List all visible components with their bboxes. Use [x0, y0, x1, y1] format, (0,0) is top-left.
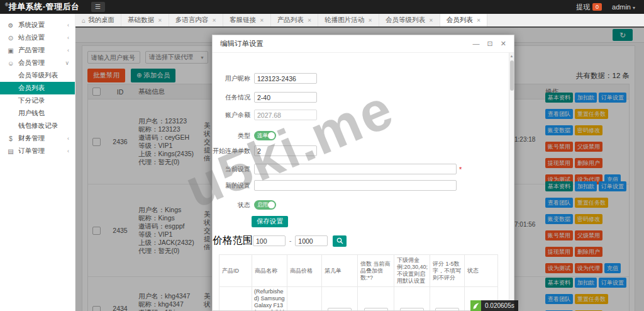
task-input[interactable]: [254, 92, 317, 103]
start-count-input[interactable]: [254, 145, 317, 156]
sidebar-item-钱包修改记录[interactable]: 钱包修改记录: [0, 120, 75, 132]
balance-input[interactable]: [254, 110, 317, 120]
sidebar-item-label: 会员列表: [18, 84, 75, 93]
modal-titlebar: 编辑订单设置 — ⊡ ✕: [213, 35, 514, 53]
tab-label: 会员列表: [447, 16, 473, 25]
sidebar-item-label: 用户钱包: [18, 109, 75, 118]
brand-title: ®排单系统-管理后台: [5, 1, 80, 13]
toggle-knob: [268, 132, 275, 139]
close-icon[interactable]: ✕: [158, 18, 162, 23]
sidebar-item-label: 产品管理: [18, 46, 67, 55]
search-button[interactable]: [333, 235, 347, 247]
tab-产品列表[interactable]: 产品列表✕: [271, 14, 319, 26]
close-icon[interactable]: ✕: [260, 18, 264, 23]
sidebar-item-label: 会员管理: [18, 59, 65, 67]
tab-我的桌面[interactable]: ⌂我的桌面: [75, 14, 121, 26]
sidebar-item-label: 订单管理: [18, 147, 67, 156]
multiple-input[interactable]: [364, 308, 388, 311]
product-name-cell: (Refurbished) Samsung Galaxy F13 (Waterf…: [252, 287, 287, 311]
sidebar-item-站点设置[interactable]: ⊙站点设置‹: [0, 31, 75, 44]
sidebar-item-产品管理[interactable]: ▣产品管理‹: [0, 44, 75, 57]
chevron-left-icon: ‹: [67, 47, 69, 54]
product-icon: ▣: [6, 47, 15, 54]
debug-time: 0.020605s: [481, 300, 518, 311]
sidebar-item-会员管理[interactable]: ☺会员管理∨: [0, 57, 75, 69]
sidebar-item-下分记录[interactable]: 下分记录: [0, 94, 75, 107]
sidebar-item-label: 站点设置: [18, 33, 67, 42]
member-icon: ☺: [6, 60, 15, 67]
field-start-count: 开始连单单数: [213, 145, 317, 156]
sidebar-item-label: 系统设置: [18, 21, 67, 30]
tab-多语言内容[interactable]: 多语言内容✕: [169, 14, 223, 26]
chevron-left-icon: ‹: [67, 148, 69, 154]
leaf-icon[interactable]: [470, 300, 481, 311]
close-icon[interactable]: ✕: [368, 18, 372, 23]
sidebar-item-财务管理[interactable]: $财务管理‹: [0, 132, 75, 145]
rating-input[interactable]: [435, 308, 459, 311]
commission-input[interactable]: [400, 308, 424, 311]
field-type: 类型 连单: [213, 131, 276, 140]
tab-label: 客服链接: [230, 16, 256, 25]
site-icon: ⊙: [6, 35, 15, 42]
finance-icon: $: [6, 135, 15, 142]
edit-order-settings-modal: 编辑订单设置 — ⊡ ✕ 用户昵称 任务情况 账户余额 类型: [212, 35, 514, 311]
hamburger-icon[interactable]: ☰: [91, 2, 105, 12]
product-col-header: 商品名称: [252, 255, 287, 287]
current-setting-input[interactable]: [254, 164, 457, 174]
price-min-input[interactable]: [253, 235, 286, 246]
maximize-icon[interactable]: ⊡: [487, 40, 493, 48]
top-header: ®排单系统-管理后台 ☰ 提现 0 admin▾: [0, 0, 644, 14]
close-icon[interactable]: ✕: [429, 18, 433, 23]
tab-基础数据[interactable]: 基础数据✕: [121, 14, 169, 26]
type-toggle[interactable]: 连单: [254, 131, 276, 140]
sidebar-item-订单管理[interactable]: ▤订单管理‹: [0, 145, 75, 157]
scroll-up-icon[interactable]: ▲: [509, 53, 514, 59]
order-index-input[interactable]: [328, 308, 352, 311]
gear-icon: ⚙: [6, 22, 15, 29]
save-settings-button[interactable]: 保存设置: [252, 216, 288, 227]
tab-label: 轮播图片活动: [325, 16, 364, 25]
close-icon[interactable]: ✕: [501, 40, 506, 48]
screen: ®排单系统-管理后台 ☰ 提现 0 admin▾ ⌂我的桌面基础数据✕多语言内容…: [0, 0, 644, 311]
product-table-header-row: 产品ID商品名称商品价格第几单倍数 当前商品叠加倍数:*?下级佣金 例:20,3…: [219, 255, 498, 287]
nickname-input[interactable]: [254, 73, 317, 84]
modal-body: 用户昵称 任务情况 账户余额 类型 连单 开始连单单数: [213, 53, 509, 310]
sidebar-item-用户钱包[interactable]: 用户钱包: [0, 107, 75, 120]
tab-label: 基础数据: [128, 16, 154, 25]
tab-bar: ⌂我的桌面基础数据✕多语言内容✕客服链接✕产品列表✕轮播图片活动✕会员等级列表✕…: [75, 14, 644, 28]
chevron-left-icon: ‹: [67, 35, 69, 41]
product-col-header: 状态: [465, 255, 498, 287]
new-setting-input[interactable]: [254, 180, 457, 191]
status-toggle[interactable]: 启用: [254, 200, 276, 210]
sidebar-item-label: 会员等级列表: [18, 71, 75, 80]
product-col-header: 倍数 当前商品叠加倍数:*?: [358, 255, 394, 287]
close-icon[interactable]: ✕: [212, 18, 216, 23]
product-table-row: 4009 (Refurbished) Samsung Galaxy F13 (W…: [219, 287, 498, 311]
required-mark: *: [459, 166, 462, 173]
minimize-icon[interactable]: —: [473, 40, 480, 48]
sidebar-item-会员等级列表[interactable]: 会员等级列表: [0, 69, 75, 82]
scrollbar-thumb[interactable]: [510, 60, 514, 91]
field-task: 任务情况: [213, 92, 317, 103]
close-icon[interactable]: ✕: [308, 18, 312, 23]
close-icon[interactable]: ✕: [477, 18, 481, 23]
chevron-left-icon: ‹: [67, 135, 69, 142]
user-menu[interactable]: admin▾: [612, 3, 635, 11]
product-table: 产品ID商品名称商品价格第几单倍数 当前商品叠加倍数:*?下级佣金 例:20,3…: [219, 254, 498, 311]
modal-scrollbar[interactable]: ▲: [509, 53, 514, 310]
tab-会员等级列表[interactable]: 会员等级列表✕: [379, 14, 440, 26]
sidebar-item-系统设置[interactable]: ⚙系统设置‹: [0, 19, 75, 31]
chevron-down-icon: ▾: [633, 5, 635, 11]
tab-会员列表[interactable]: 会员列表✕: [440, 14, 488, 26]
sidebar-item-会员列表[interactable]: 会员列表: [0, 82, 75, 94]
field-balance: 账户余额: [213, 110, 317, 120]
tab-客服链接[interactable]: 客服链接✕: [223, 14, 271, 26]
sidebar-item-label: 钱包修改记录: [18, 122, 75, 130]
product-price-cell: 100.00: [287, 287, 322, 311]
chevron-down-icon: ∨: [65, 60, 69, 66]
product-col-header: 第几单: [322, 255, 358, 287]
toggle-knob: [268, 201, 275, 208]
price-max-input[interactable]: [295, 235, 328, 246]
withdraw-link[interactable]: 提现: [576, 3, 590, 12]
tab-轮播图片活动[interactable]: 轮播图片活动✕: [318, 14, 379, 26]
